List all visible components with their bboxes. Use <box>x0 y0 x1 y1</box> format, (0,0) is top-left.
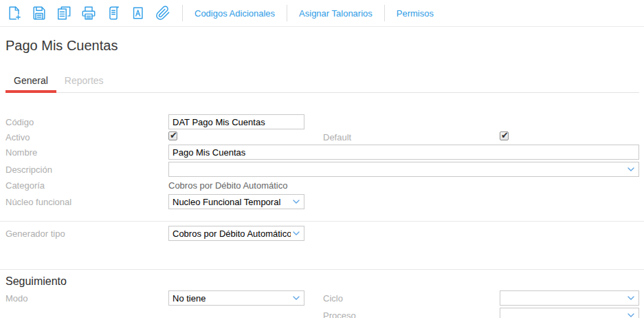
generador-tipo-label: Generador tipo <box>5 229 168 239</box>
nucleo-funcional-value: Nucleo Funcional Temporal <box>173 197 280 207</box>
paperclip-icon <box>155 6 170 21</box>
report-scroll-icon <box>106 6 121 21</box>
section-divider <box>0 269 644 270</box>
ciclo-label: Ciclo <box>323 293 500 304</box>
codigo-label: Código <box>5 117 168 127</box>
chevron-down-icon <box>291 228 302 239</box>
proceso-label: Proceso <box>323 310 500 318</box>
new-document-button[interactable] <box>6 6 22 21</box>
seguimiento-section-title: Seguimiento <box>5 275 639 288</box>
modo-label: Modo <box>5 293 168 304</box>
chevron-down-icon <box>291 196 302 207</box>
field-nucleo-funcional: Núcleo funcional Nucleo Funcional Tempor… <box>5 194 639 209</box>
nucleo-funcional-label: Núcleo funcional <box>5 197 168 207</box>
field-modo-ciclo: Modo No tiene Ciclo <box>5 290 639 306</box>
activo-label: Activo <box>5 132 168 142</box>
tab-reportes[interactable]: Reportes <box>56 72 112 92</box>
nucleo-funcional-select[interactable]: Nucleo Funcional Temporal <box>168 194 304 209</box>
proceso-select[interactable] <box>500 308 639 318</box>
print-button[interactable] <box>80 6 96 21</box>
field-proceso: Proceso <box>5 308 639 318</box>
generador-tipo-select[interactable]: Cobros por Débito Automático <box>168 226 304 241</box>
chevron-down-icon <box>625 164 636 175</box>
save-button[interactable] <box>31 6 47 21</box>
descripcion-label: Descripción <box>5 165 168 175</box>
default-checkbox[interactable] <box>500 131 509 140</box>
field-descripcion: Descripción <box>5 162 639 177</box>
copy-icon <box>56 6 71 21</box>
modo-select[interactable]: No tiene <box>168 290 304 306</box>
descripcion-select[interactable] <box>168 162 639 177</box>
categoria-value: Cobros por Débito Automático <box>168 180 287 191</box>
report-button[interactable] <box>105 6 121 21</box>
font-icon <box>131 6 146 21</box>
toolbar-separator <box>287 5 287 21</box>
categoria-label: Categoría <box>5 180 168 191</box>
field-generador-tipo: Generador tipo Cobros por Débito Automát… <box>5 226 639 241</box>
modo-value: No tiene <box>173 293 206 304</box>
activo-checkbox[interactable] <box>168 131 177 140</box>
chevron-down-icon <box>625 310 636 318</box>
field-nombre: Nombre <box>5 145 639 160</box>
nombre-label: Nombre <box>5 147 168 158</box>
form-general: Código Activo Default Nombre <box>5 114 639 318</box>
nombre-input[interactable] <box>168 145 639 160</box>
permisos-link[interactable]: Permisos <box>388 8 443 19</box>
field-codigo: Código <box>5 114 639 129</box>
chevron-down-icon <box>625 293 636 304</box>
save-icon <box>32 6 47 21</box>
attachment-button[interactable] <box>155 6 170 21</box>
chevron-down-icon <box>291 293 302 304</box>
section-divider <box>0 221 644 222</box>
print-icon <box>81 6 96 21</box>
asignar-talonarios-link[interactable]: Asignar Talonarios <box>290 8 381 19</box>
font-button[interactable] <box>130 6 146 21</box>
new-document-icon <box>7 6 22 21</box>
field-categoria: Categoría Cobros por Débito Automático <box>5 179 639 191</box>
tab-general[interactable]: General <box>5 72 56 92</box>
codigo-input[interactable] <box>168 114 304 129</box>
codigos-adicionales-link[interactable]: Codigos Adicionales <box>186 8 284 19</box>
default-label: Default <box>323 132 500 142</box>
copy-button[interactable] <box>56 6 71 21</box>
field-activo-default: Activo Default <box>5 131 639 142</box>
toolbar: Codigos Adicionales Asignar Talonarios P… <box>0 0 644 27</box>
tab-bar: General Reportes <box>5 72 639 93</box>
page-title: Pago Mis Cuentas <box>5 37 639 54</box>
generador-tipo-value: Cobros por Débito Automático <box>173 229 291 239</box>
toolbar-separator <box>384 5 385 21</box>
toolbar-separator <box>182 5 183 21</box>
ciclo-select[interactable] <box>500 290 639 306</box>
